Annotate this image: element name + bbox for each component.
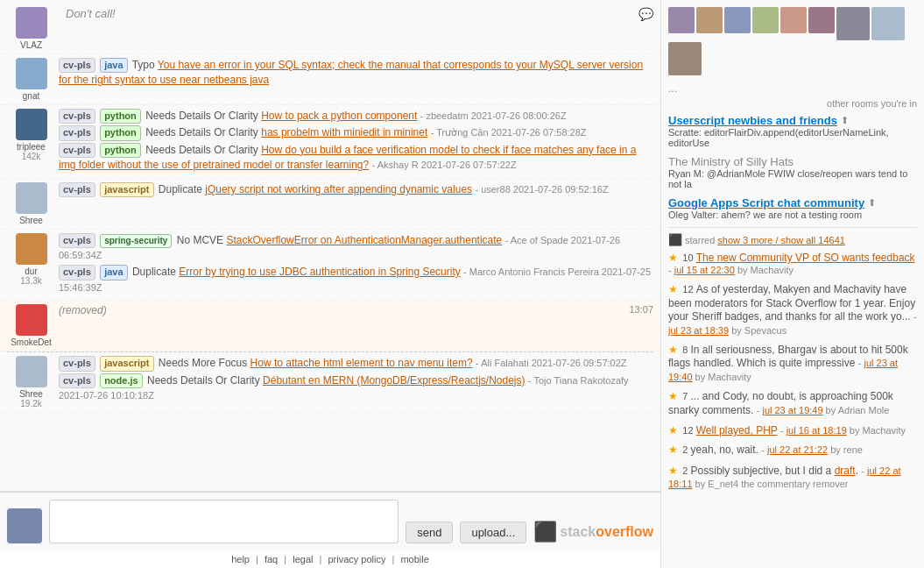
link-shree2-1[interactable]: How to attache html element to nav menu … bbox=[250, 357, 473, 369]
star-text-7: Possibly subjective, but I did a draft. bbox=[691, 465, 858, 477]
room-desc-userscript: Scratte: editorFlairDiv.append(editorUse… bbox=[668, 127, 917, 148]
star-count-6: 2 bbox=[682, 444, 690, 455]
tag-python-t1: python bbox=[100, 109, 141, 124]
rss-icon: ⬛ bbox=[668, 233, 682, 246]
username-tripleee: tripleee bbox=[17, 142, 46, 152]
msg-dur-1: cv-pls spring-security No MCVE StackOver… bbox=[59, 233, 653, 263]
star-item-4: ★ 7 ... and Cody, no doubt, is approachi… bbox=[668, 390, 917, 417]
vlaz-status: Don't call! bbox=[66, 7, 116, 20]
starred-header: ⬛ starred show 3 more / show all 14641 bbox=[668, 233, 917, 246]
upload-button[interactable]: upload... bbox=[460, 522, 526, 543]
link-shree-1[interactable]: jQuery script not working after appendin… bbox=[205, 183, 472, 195]
msg-shree2-1: cv-pls javascript Needs More Focus How t… bbox=[59, 356, 653, 371]
thumb-7 bbox=[836, 7, 870, 40]
tag-python-t3: python bbox=[100, 143, 141, 158]
message-row-shree: Shree cv-pls javascript Duplicate jQuery… bbox=[0, 179, 660, 230]
username-smokedet: SmokeDet bbox=[11, 337, 52, 347]
thumb-3 bbox=[724, 7, 751, 33]
message-row-shree2: Shree 19.2k cv-pls javascript Needs More… bbox=[0, 352, 660, 413]
thumb-5 bbox=[780, 7, 807, 33]
star-meta-4: - jul 23 at 19:49 by Adrian Mole bbox=[757, 405, 890, 415]
room-link-userscript[interactable]: Userscript newbies and friends bbox=[668, 114, 837, 127]
room-desc-silly-hats: Ryan M: @AdrianMole FWIW close/reopen wa… bbox=[668, 168, 917, 189]
starred-show-more[interactable]: show 3 more / show all 14641 bbox=[717, 235, 845, 245]
input-area: send upload... ⬛ stackoverflow bbox=[0, 492, 660, 550]
room-title-silly-hats: The Ministry of Silly Hats bbox=[668, 155, 794, 168]
avatar-smokedet bbox=[16, 304, 47, 336]
star-icon-7: ★ bbox=[668, 465, 678, 477]
chat-icon: 💬 bbox=[638, 7, 653, 21]
tag-cvpls-d1: cv-pls bbox=[59, 233, 95, 248]
footer-legal[interactable]: legal bbox=[293, 554, 313, 564]
star-item-3: ★ 8 In all seriousness, Bhargav is about… bbox=[668, 344, 917, 383]
so-logo: ⬛ stackoverflow bbox=[533, 521, 653, 543]
thumb-1 bbox=[668, 7, 695, 33]
message-row-gnat: gnat cv-pls java Typo You have an error … bbox=[0, 54, 660, 105]
tag-java-d2: java bbox=[100, 265, 127, 280]
star-icon-5: ★ bbox=[668, 424, 678, 437]
footer-help[interactable]: help bbox=[231, 554, 250, 564]
tag-cvpls-t3: cv-pls bbox=[59, 143, 95, 158]
star-icon-2: ★ bbox=[668, 283, 678, 295]
send-button[interactable]: send bbox=[406, 522, 453, 543]
rep-shree2: 19.2k bbox=[20, 399, 41, 408]
message-row-vlaz: VLAZ Don't call! 💬 bbox=[0, 4, 660, 54]
avatar-tripleee bbox=[16, 109, 47, 140]
tag-js-sh21: javascript bbox=[100, 356, 153, 371]
avatar-shree bbox=[16, 182, 47, 214]
star-count-2: 12 bbox=[682, 284, 695, 295]
user-avatar-input bbox=[7, 508, 42, 543]
message-input[interactable] bbox=[49, 500, 399, 543]
sidebar: ... other rooms you're in Userscript new… bbox=[661, 0, 924, 568]
room-link-gas[interactable]: Google Apps Script chat community bbox=[668, 196, 864, 209]
thumb-6 bbox=[808, 7, 835, 33]
star-item-2: ★ 12 As of yesterday, Makyen and Machavi… bbox=[668, 283, 917, 337]
star-count-4: 7 bbox=[682, 391, 690, 401]
footer-faq[interactable]: faq bbox=[265, 554, 278, 564]
link-dur-1[interactable]: StackOverflowError on AuthenticationMana… bbox=[226, 234, 502, 246]
star-link-5[interactable]: Well played, PHP bbox=[696, 424, 778, 437]
tag-js-s1: javascript bbox=[100, 182, 153, 197]
msg-tripleee-2: cv-pls python Needs Details Or Clarity h… bbox=[59, 125, 653, 140]
avatar-gnat bbox=[16, 58, 47, 89]
message-gnat-line1: cv-pls java Typo You have an error in yo… bbox=[59, 58, 653, 88]
message-row-smokedet: SmokeDet (removed) 13:07 bbox=[0, 301, 660, 351]
username-vlaz: VLAZ bbox=[20, 40, 42, 50]
star-count-1: 10 bbox=[682, 252, 695, 263]
star-link-1[interactable]: The new Community VP of SO wants feedbac… bbox=[696, 252, 915, 264]
thumb-4 bbox=[752, 7, 779, 33]
link-tripleee-2[interactable]: has probelm with miniedit in mininet bbox=[261, 126, 427, 138]
rep-dur: 13.3k bbox=[20, 276, 41, 286]
username-dur: dur bbox=[25, 266, 37, 276]
message-row-dur: dur 13.3k cv-pls spring-security No MCVE… bbox=[0, 230, 660, 301]
star-item-7: ★ 2 Possibly subjective, but I did a dra… bbox=[668, 465, 917, 491]
star-icon-1: ★ bbox=[668, 252, 678, 264]
tag-cvpls-d2: cv-pls bbox=[59, 265, 95, 280]
star-icon-6: ★ bbox=[668, 444, 678, 456]
footer-mobile[interactable]: mobile bbox=[400, 554, 428, 564]
star-item-6: ★ 2 yeah, no, wait. - jul 22 at 21:22 by… bbox=[668, 444, 917, 458]
msg-shree2-2: cv-pls node.js Needs Details Or Clarity … bbox=[59, 373, 653, 403]
star-count-3: 8 bbox=[682, 344, 690, 355]
msg-tripleee-3: cv-pls python Needs Details Or Clarity H… bbox=[59, 143, 653, 173]
starred-label: starred bbox=[685, 235, 717, 245]
link-dur-2[interactable]: Error by trying to use JDBC authenticati… bbox=[179, 266, 460, 278]
removed-badge: (removed) bbox=[59, 304, 107, 316]
star-item-1: ★ 10 The new Community VP of SO wants fe… bbox=[668, 252, 917, 276]
thumb-2 bbox=[696, 7, 723, 33]
expand-icon-userscript: ⬆ bbox=[841, 115, 849, 126]
rep-tripleee: 142k bbox=[22, 152, 41, 161]
footer-privacy[interactable]: privacy policy bbox=[328, 554, 385, 564]
tag-cvpls-t2: cv-pls bbox=[59, 125, 95, 140]
link-tripleee-1[interactable]: How to pack a python component bbox=[261, 110, 417, 122]
expand-icon-gas: ⬆ bbox=[868, 197, 876, 209]
tag-python-t2: python bbox=[100, 125, 141, 140]
star-icon-4: ★ bbox=[668, 390, 678, 402]
link-shree2-2[interactable]: Débutant en MERN (MongoDB/Express/Reactj… bbox=[263, 374, 525, 387]
avatar-dur bbox=[16, 233, 47, 265]
tag-nodejs-sh22: node.js bbox=[100, 373, 143, 388]
star-text-6: yeah, no, wait. bbox=[691, 444, 758, 456]
msg-dur-2: cv-pls java Duplicate Error by trying to… bbox=[59, 265, 653, 295]
star-meta-1: - jul 15 at 22:30 by Machavity bbox=[668, 265, 794, 275]
room-item-silly-hats: The Ministry of Silly Hats Ryan M: @Adri… bbox=[668, 155, 917, 189]
